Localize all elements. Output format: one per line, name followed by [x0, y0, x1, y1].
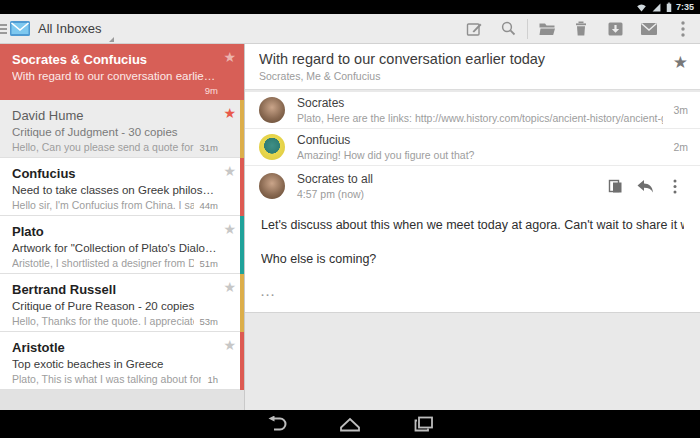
email-app-icon[interactable]: [10, 21, 30, 36]
drawer-icon[interactable]: [0, 21, 7, 37]
item-time: 51m: [200, 258, 218, 269]
overflow-icon: [681, 21, 685, 37]
inbox-selector-label: All Inboxes: [38, 21, 102, 36]
inbox-selector[interactable]: All Inboxes: [38, 21, 112, 36]
status-bar: 7:35: [0, 0, 700, 14]
item-sender: Plato: [12, 224, 218, 239]
overflow-icon: [673, 179, 677, 194]
body-paragraph: Let's discuss about this when we meet to…: [261, 216, 684, 234]
archive-icon: [607, 21, 624, 37]
action-bar-buttons: [457, 14, 700, 43]
item-sender: Aristotle: [12, 340, 218, 355]
search-icon: [500, 20, 517, 37]
item-sender: Bertrand Russell: [12, 282, 218, 297]
back-button[interactable]: [264, 414, 288, 434]
item-sender: Socrates & Confucius: [12, 52, 218, 67]
message-time: 2m: [673, 141, 688, 153]
star-icon[interactable]: ★: [223, 164, 236, 178]
item-time: 53m: [200, 316, 218, 327]
star-icon[interactable]: ★: [223, 338, 236, 352]
pages-icon: [608, 179, 623, 194]
trash-icon: [573, 20, 589, 37]
folder-icon: [538, 21, 556, 37]
item-snippet: Aristotle, I shortlisted a designer from…: [12, 257, 194, 269]
item-time: 9m: [205, 85, 218, 96]
item-snippet: Hello sir, I'm Confucius from China. I s…: [12, 199, 194, 211]
inbox-list-item[interactable]: Plato Artwork for "Collection of Plato's…: [0, 216, 244, 274]
spinner-caret-icon: [109, 37, 114, 42]
inbox-list-item[interactable]: Bertrand Russell Critique of Pure Reason…: [0, 274, 244, 332]
delete-button[interactable]: [564, 14, 598, 44]
message-overflow-button[interactable]: [662, 173, 688, 199]
message-body: Let's discuss about this when we meet to…: [245, 206, 700, 312]
star-icon[interactable]: ★: [223, 106, 236, 120]
conversation-participants: Socrates, Me & Confucius: [259, 70, 686, 82]
item-subject: Top exotic beaches in Greece: [12, 358, 218, 370]
item-snippet: Hello, Thanks for the quote. I appreciat…: [12, 315, 194, 327]
action-bar-divider: [527, 19, 528, 39]
message-time: 3m: [673, 104, 688, 116]
pages-button[interactable]: [602, 173, 628, 199]
expanded-message-header[interactable]: Socrates to all 4:57 pm (now): [245, 166, 700, 206]
item-sender: David Hume: [12, 108, 218, 123]
star-icon[interactable]: ★: [223, 222, 236, 236]
account-color-stripe: [240, 274, 244, 332]
account-color-stripe: [240, 332, 244, 390]
item-time: 44m: [200, 200, 218, 211]
wifi-icon: [636, 2, 647, 13]
message-sender: Confucius: [297, 133, 663, 147]
move-to-folder-button[interactable]: [530, 14, 564, 44]
reply-button[interactable]: [632, 173, 658, 199]
compose-icon: [465, 20, 483, 38]
item-subject: Artwork for "Collection of Plato's Dialo…: [12, 242, 218, 254]
account-color-stripe: [240, 100, 244, 158]
mark-unread-button[interactable]: [632, 14, 666, 44]
inbox-list-item[interactable]: David Hume Critique of Judgment - 30 cop…: [0, 100, 244, 158]
message-card: Socrates Plato, Here are the links: http…: [245, 92, 700, 313]
list-footer: [0, 390, 244, 410]
item-snippet: Hello, Can you please send a quote for C…: [12, 141, 194, 153]
compose-button[interactable]: [457, 14, 491, 44]
item-sender: Confucius: [12, 166, 218, 181]
status-time: 7:35: [676, 2, 694, 12]
item-subject: Critique of Pure Reason - 20 copies: [12, 300, 218, 312]
back-icon: [265, 416, 287, 432]
conversation-header: With regard to our conversation earlier …: [245, 44, 700, 90]
body-paragraph: Who else is coming?: [261, 250, 684, 268]
item-time: 31m: [200, 142, 218, 153]
sender-avatar: [259, 97, 285, 123]
message-snippet: Plato, Here are the links: http://www.hi…: [297, 112, 663, 124]
item-subject: With regard to our conversation earlier …: [12, 70, 218, 82]
signal-icon: [651, 2, 662, 13]
action-bar: All Inboxes: [0, 14, 700, 44]
conversation-star-icon[interactable]: ★: [673, 54, 688, 71]
collapsed-message[interactable]: Confucius Amazing! How did you figure ou…: [245, 129, 700, 166]
archive-button[interactable]: [598, 14, 632, 44]
account-color-stripe: [240, 216, 244, 274]
conversation-pane: With regard to our conversation earlier …: [245, 44, 700, 410]
reply-icon: [636, 179, 654, 194]
search-button[interactable]: [491, 14, 525, 44]
home-icon: [339, 416, 361, 432]
recents-button[interactable]: [412, 414, 436, 434]
item-subject: Need to take classes on Greek philosophy: [12, 184, 218, 196]
message-snippet: Amazing! How did you figure out that?: [297, 149, 663, 161]
collapsed-message[interactable]: Socrates Plato, Here are the links: http…: [245, 92, 700, 129]
message-sender: Socrates to all: [297, 172, 592, 186]
inbox-list-item[interactable]: Aristotle Top exotic beaches in Greece P…: [0, 332, 244, 390]
email-app-screen: 7:35 All Inboxes: [0, 0, 700, 438]
inbox-list-item[interactable]: Confucius Need to take classes on Greek …: [0, 158, 244, 216]
message-timestamp: 4:57 pm (now): [297, 188, 592, 200]
sender-avatar: [259, 173, 285, 199]
quoted-text-toggle[interactable]: ...: [261, 286, 276, 298]
sender-avatar: [259, 134, 285, 160]
inbox-list-item[interactable]: Socrates & Confucius With regard to our …: [0, 44, 244, 100]
home-button[interactable]: [338, 414, 362, 434]
star-icon[interactable]: ★: [223, 280, 236, 294]
overflow-menu-button[interactable]: [666, 14, 700, 44]
account-color-stripe: [240, 158, 244, 216]
conversation-subject: With regard to our conversation earlier …: [259, 51, 686, 67]
item-subject: Critique of Judgment - 30 copies: [12, 126, 218, 138]
battery-icon: [666, 2, 672, 13]
star-icon[interactable]: ★: [223, 50, 236, 64]
